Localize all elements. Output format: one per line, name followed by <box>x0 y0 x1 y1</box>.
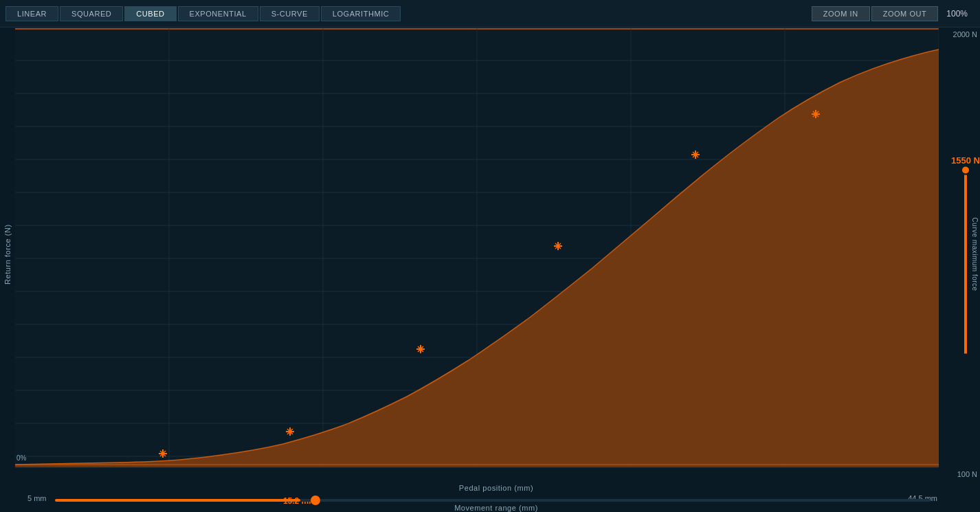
slider-thumb[interactable] <box>311 496 320 505</box>
movement-range-label: Movement range (mm) <box>27 504 965 512</box>
right-axis-label: Curve maximum force <box>971 217 979 291</box>
slider-min-label: 5 mm <box>27 494 47 502</box>
zoom-percent: 100% <box>939 9 975 19</box>
right-panel: 2000 N 1550 N 100 N Curve maximum force <box>939 27 980 481</box>
curve-max-bar <box>964 175 967 354</box>
curve-max-dot <box>962 167 969 174</box>
toolbar: LINEAR SQUARED CUBED EXPONENTIAL S-CURVE… <box>0 0 980 27</box>
curve-max-value[interactable]: 1550 N <box>951 155 980 166</box>
y-min-label: 100 N <box>957 470 977 478</box>
zero-percent-label: 0% <box>16 454 26 462</box>
btn-logarithmic[interactable]: LOGARITHMIC <box>321 6 401 21</box>
zoom-in-button[interactable]: ZOOM IN <box>812 6 870 21</box>
bottom-area: Pedal position (mm) 5 mm 44.5 mm 15.2 mm… <box>0 481 980 512</box>
btn-exponential[interactable]: EXPONENTIAL <box>178 6 258 21</box>
chart-svg <box>15 27 939 481</box>
btn-squared[interactable]: SQUARED <box>60 6 123 21</box>
x-axis-label: Pedal position (mm) <box>27 484 965 492</box>
y-max-label: 2000 N <box>953 30 977 38</box>
zoom-out-button[interactable]: ZOOM OUT <box>871 6 939 21</box>
btn-linear[interactable]: LINEAR <box>5 6 58 21</box>
chart-area[interactable]: 0% <box>15 27 939 481</box>
chart-container: Return force (N) <box>0 27 980 481</box>
btn-cubed[interactable]: CUBED <box>124 6 176 21</box>
btn-scurve[interactable]: S-CURVE <box>260 6 320 21</box>
y-axis-label: Return force (N) <box>0 27 15 481</box>
